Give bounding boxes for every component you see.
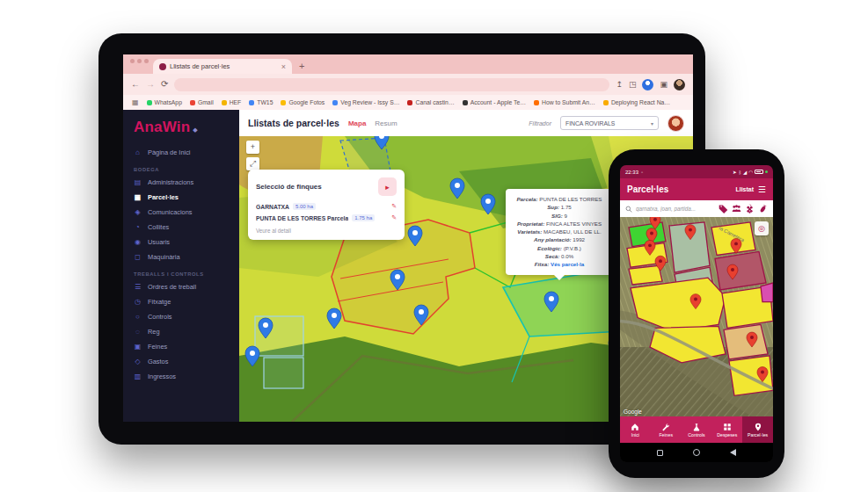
- bookmark-favicon-icon: [332, 100, 338, 105]
- phone-map[interactable]: la Carretera ◎ Google: [620, 217, 773, 416]
- new-tab-button[interactable]: +: [292, 61, 311, 74]
- sync-avatar-icon[interactable]: [642, 79, 653, 90]
- sidebar-item-controls[interactable]: ○Controls: [123, 309, 239, 324]
- selection-row[interactable]: PUNTA DE LES TORRES Parcela1.75 ha✎: [256, 214, 397, 221]
- sidebar-item-p-gina-de-inici[interactable]: ⌂Pàgina de Inici: [123, 145, 239, 160]
- bookmark-favicon-icon: [534, 100, 539, 105]
- tooltip-label: Any plantació:: [534, 236, 572, 242]
- bookmark-label: Google Fotos: [288, 99, 325, 105]
- sidebar-item-icon: ▤: [134, 178, 142, 186]
- reload-icon[interactable]: ⟳: [161, 80, 168, 89]
- status-time: 22:33: [625, 170, 638, 175]
- search-icon: [625, 206, 632, 213]
- sidebar-item-ordres-de-treball[interactable]: ☰Ordres de treball: [123, 279, 239, 294]
- gps-icon: ➤: [733, 170, 737, 175]
- sidebar-item-icon: ◉: [134, 238, 142, 246]
- sidebar-item-maquin-ria[interactable]: ◻Maquinària: [123, 250, 239, 264]
- selection-row[interactable]: GARNATXA5.00 ha✎: [256, 203, 397, 210]
- bookmark-item[interactable]: Gmail: [190, 99, 214, 105]
- edit-icon[interactable]: ✎: [391, 203, 397, 210]
- share-icon[interactable]: ↥: [616, 80, 623, 89]
- nav-item-parcel-les[interactable]: Parcel·les: [742, 416, 773, 443]
- sidebar-item-collites[interactable]: ◔Collites: [123, 220, 239, 235]
- home-button[interactable]: [693, 449, 700, 456]
- bookmark-item[interactable]: WhatsApp: [147, 99, 182, 105]
- parcel-name: GARNATXA: [256, 204, 289, 210]
- sidebar-icon[interactable]: ▣: [660, 80, 667, 89]
- bookmark-item[interactable]: Google Fotos: [281, 99, 325, 105]
- bookmark-item[interactable]: Canal castin…: [407, 99, 454, 105]
- parcel-cyan[interactable]: [264, 358, 303, 388]
- nav-item-controls[interactable]: Controls: [682, 416, 712, 443]
- finca-select[interactable]: FINCA ROVIRALS ▾: [560, 116, 659, 130]
- tab-resum[interactable]: Resum: [375, 119, 397, 127]
- bookmark-item[interactable]: How to Submit An…: [534, 99, 595, 105]
- goto-parcel-link[interactable]: Vés parcel·la: [551, 261, 584, 267]
- address-bar[interactable]: [174, 78, 609, 91]
- search-placeholder: garnatxa, joan, partida...: [636, 206, 715, 212]
- nav-item-feines[interactable]: Feines: [651, 416, 682, 443]
- sidebar-item-ingressos[interactable]: ▥Ingressos: [123, 369, 239, 384]
- browser-toolbar: ← → ⟳ ↥ ◳ ▣: [123, 74, 693, 95]
- bookmark-item[interactable]: Veg Review - Issy S…: [332, 99, 399, 105]
- home-icon: [631, 423, 639, 431]
- nav-item-despeses[interactable]: Despeses: [711, 416, 742, 443]
- sidebar-item-comunicacions[interactable]: ◈Comunicacions: [123, 205, 239, 220]
- apps-icon[interactable]: ▦: [132, 98, 139, 106]
- bookmark-item[interactable]: TW15: [249, 99, 273, 105]
- sidebar-item-fitxatge[interactable]: ◷Fitxatge: [123, 294, 239, 309]
- forward-icon[interactable]: →: [146, 80, 155, 89]
- sidebar: AnaWin ◆ ⌂Pàgina de IniciBODEGA▤Administ…: [123, 110, 239, 422]
- profile-avatar[interactable]: [674, 79, 685, 90]
- tab-mapa[interactable]: Mapa: [348, 119, 366, 127]
- nav-item-inici[interactable]: Inici: [620, 416, 651, 443]
- tab-title: Llistats de parcel·les: [170, 62, 278, 70]
- tab-close-icon[interactable]: ×: [281, 62, 286, 71]
- bluetooth-icon: ᛒ: [739, 170, 741, 175]
- chevron-down-icon: ▾: [651, 120, 653, 127]
- sidebar-item-usuaris[interactable]: ◉Usuaris: [123, 235, 239, 250]
- browser-tab[interactable]: Llistats de parcel·les ×: [153, 59, 292, 74]
- edit-icon[interactable]: ✎: [391, 214, 397, 221]
- zoom-in-button[interactable]: +: [246, 141, 259, 154]
- phone-search-bar[interactable]: garnatxa, joan, partida...: [620, 200, 773, 217]
- window-controls[interactable]: [128, 54, 153, 74]
- browser-tab-strip: Llistats de parcel·les × +: [123, 54, 693, 74]
- sidebar-item-icon: ○: [134, 313, 142, 321]
- logo-row[interactable]: AnaWin ◆: [123, 117, 239, 145]
- sidebar-item-icon: ◇: [134, 358, 142, 365]
- locate-button[interactable]: ◎: [755, 221, 769, 235]
- bookmark-item[interactable]: Deploying React Na…: [603, 99, 670, 105]
- selection-card-footer[interactable]: Veure al detall: [256, 228, 397, 234]
- back-button[interactable]: [730, 449, 736, 456]
- people-icon[interactable]: [732, 204, 741, 213]
- bookmark-item[interactable]: HEF: [222, 99, 242, 105]
- recents-button[interactable]: [657, 450, 663, 456]
- bookmark-favicon-icon: [147, 100, 152, 105]
- area-badge: 5.00 ha: [293, 203, 316, 210]
- selection-card: Selecció de finques ▸ GARNATXA5.00 ha✎PU…: [248, 170, 405, 240]
- tooltip-value: 1.75: [561, 204, 572, 210]
- site-favicon-icon: [159, 63, 166, 70]
- tags-icon[interactable]: [718, 204, 728, 213]
- user-avatar[interactable]: [667, 115, 684, 132]
- sidebar-item-administracions[interactable]: ▤Administracions: [123, 175, 239, 190]
- card-action-button[interactable]: ▸: [378, 177, 397, 196]
- extensions-icon[interactable]: ◳: [629, 80, 637, 89]
- sidebar-item-parcel-les[interactable]: ▦Parcel·les: [123, 190, 239, 205]
- olive-icon[interactable]: [758, 204, 768, 213]
- llistat-button[interactable]: Llistat: [735, 186, 754, 192]
- fullscreen-button[interactable]: ⤢: [246, 157, 259, 170]
- grapes-icon[interactable]: [745, 204, 755, 213]
- sidebar-item-reg[interactable]: ◌Reg: [123, 324, 239, 339]
- sidebar-item-label: TREBALLS I CONTROLS: [134, 271, 204, 277]
- sidebar-item-feines[interactable]: ▣Feines: [123, 339, 239, 354]
- back-icon[interactable]: ←: [131, 80, 140, 89]
- bookmark-favicon-icon: [407, 100, 412, 105]
- bookmark-item[interactable]: Account - Apple Te…: [463, 99, 526, 105]
- tooltip-line: SIG: 9: [511, 212, 608, 220]
- bookmarks-bar: ▦ WhatsAppGmailHEFTW15Google FotosVeg Re…: [123, 95, 693, 110]
- list-view-icon[interactable]: ☰: [758, 184, 766, 194]
- area-badge: 1.75 ha: [352, 214, 375, 221]
- sidebar-item-gastos[interactable]: ◇Gastos: [123, 354, 239, 369]
